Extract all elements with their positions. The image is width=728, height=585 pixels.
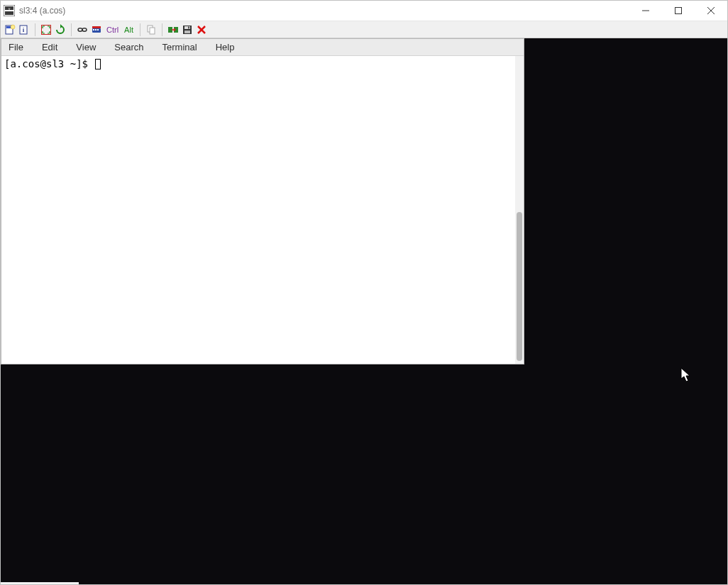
menu-edit[interactable]: Edit (38, 40, 62, 54)
svg-rect-17 (92, 26, 101, 28)
terminal-window: File Edit View Search Terminal Help [a.c… (1, 38, 524, 364)
toolbar-separator (35, 23, 35, 36)
vnc-icon: V (4, 5, 15, 16)
svg-text:V: V (9, 7, 11, 11)
svg-point-15 (82, 28, 87, 30)
minimize-button[interactable] (629, 1, 662, 21)
refresh-icon[interactable] (54, 23, 67, 36)
terminal-cursor (95, 59, 101, 69)
svg-rect-19 (95, 29, 96, 30)
transfer-icon[interactable] (167, 23, 180, 36)
ctrl-button[interactable]: Ctrl (104, 23, 121, 36)
new-connection-icon[interactable] (4, 23, 16, 36)
info-icon[interactable]: i (18, 23, 31, 36)
menu-search[interactable]: Search (110, 40, 148, 54)
svg-rect-18 (93, 29, 94, 30)
svg-rect-2 (5, 11, 13, 15)
menu-help[interactable]: Help (211, 40, 239, 54)
menu-file[interactable]: File (4, 40, 28, 54)
svg-rect-20 (97, 29, 99, 30)
terminal-prompt: [a.cos@sl3 ~]$ (4, 58, 94, 69)
window-title: sl3:4 (a.cos) (19, 6, 65, 16)
fullscreen-icon[interactable] (40, 23, 53, 36)
alt-button[interactable]: Alt (122, 23, 136, 36)
svg-point-14 (78, 28, 82, 30)
remote-desktop[interactable]: File Edit View Search Terminal Help [a.c… (1, 38, 727, 584)
scrollbar-thumb[interactable] (517, 212, 522, 361)
close-button[interactable] (695, 1, 727, 21)
toolbar-separator (71, 23, 72, 36)
toolbar-separator (162, 23, 162, 36)
save-icon[interactable] (181, 23, 194, 36)
vnc-viewer-window: V sl3:4 (a.cos) i (0, 0, 728, 585)
cursor-icon (680, 367, 692, 386)
toolbar: i Ctrl Alt (1, 21, 727, 38)
svg-rect-28 (188, 26, 189, 28)
svg-point-10 (11, 25, 15, 29)
window-controls (629, 1, 727, 21)
terminal-menubar: File Edit View Search Terminal Help (1, 39, 524, 56)
svg-rect-27 (184, 30, 190, 33)
maximize-button[interactable] (662, 1, 695, 21)
svg-rect-5 (675, 8, 682, 14)
chain-icon[interactable] (76, 23, 89, 36)
terminal-body[interactable]: [a.cos@sl3 ~]$ (1, 56, 524, 364)
menu-view[interactable]: View (72, 40, 100, 54)
svg-rect-22 (150, 28, 155, 34)
terminal-scrollbar[interactable] (515, 56, 524, 364)
toolbar-separator (140, 23, 140, 36)
menu-terminal[interactable]: Terminal (158, 40, 202, 54)
cad-icon[interactable] (90, 23, 103, 36)
copy-icon[interactable] (145, 23, 158, 36)
disconnect-icon[interactable] (195, 23, 208, 36)
titlebar: V sl3:4 (a.cos) (1, 1, 727, 21)
bottom-strip (1, 582, 79, 584)
terminal-text[interactable]: [a.cos@sl3 ~]$ (1, 56, 515, 364)
